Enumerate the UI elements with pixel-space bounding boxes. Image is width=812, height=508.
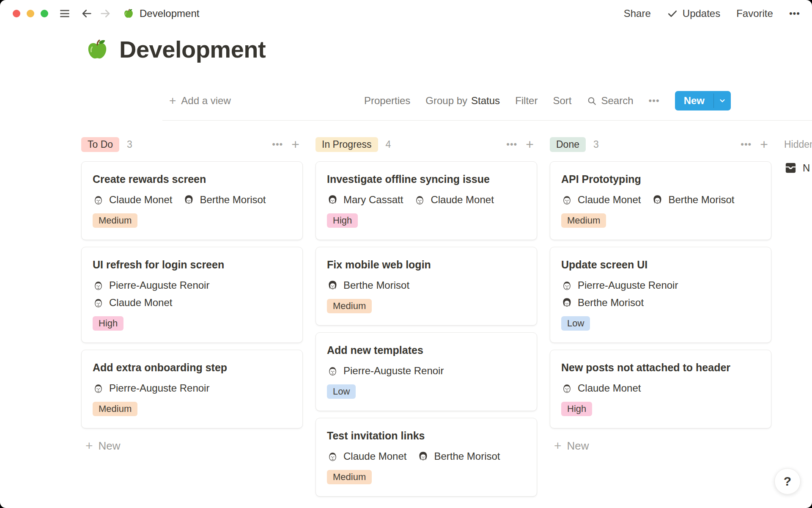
column-count: 4 bbox=[386, 139, 391, 150]
avatar-man-icon bbox=[93, 279, 104, 291]
add-view-button[interactable]: + Add a view bbox=[169, 94, 231, 108]
check-icon bbox=[667, 8, 678, 19]
hidden-column-name: N bbox=[803, 162, 810, 174]
help-button[interactable]: ? bbox=[774, 468, 801, 494]
assignee-name: Berthe Morisot bbox=[578, 297, 644, 309]
column-add-icon[interactable]: + bbox=[526, 138, 534, 151]
plus-icon: + bbox=[85, 439, 93, 453]
search-icon bbox=[587, 96, 597, 106]
titlebar-actions: Share Updates Favorite ••• bbox=[624, 8, 800, 19]
close-window-button[interactable] bbox=[13, 10, 20, 17]
assignee: Pierre-Auguste Renoir bbox=[327, 365, 526, 377]
forward-arrow-icon[interactable] bbox=[99, 7, 112, 20]
card[interactable]: Update screen UI Pierre-Auguste Renoir B… bbox=[550, 247, 771, 343]
minimize-window-button[interactable] bbox=[27, 10, 34, 17]
plus-icon: + bbox=[169, 94, 176, 108]
card[interactable]: New posts not attached to header Claude … bbox=[550, 350, 771, 428]
page-apple-icon[interactable] bbox=[85, 37, 110, 62]
sort-button[interactable]: Sort bbox=[553, 95, 571, 107]
card[interactable]: API Prototyping Claude Monet Berthe Mori… bbox=[550, 161, 771, 240]
filter-button[interactable]: Filter bbox=[515, 95, 538, 107]
assignee-list: Claude Monet Berthe Morisot bbox=[327, 450, 526, 462]
card[interactable]: Create rewards screen Claude Monet Berth… bbox=[81, 161, 303, 240]
updates-button[interactable]: Updates bbox=[667, 8, 720, 19]
more-options-icon[interactable]: ••• bbox=[789, 8, 800, 19]
card-title: API Prototyping bbox=[561, 173, 760, 185]
assignee-list: Pierre-Auguste Renoir Claude Monet bbox=[93, 279, 291, 309]
assignee-list: Pierre-Auguste Renoir bbox=[93, 382, 291, 394]
avatar-woman-icon bbox=[327, 279, 338, 291]
new-button-dropdown[interactable] bbox=[714, 91, 731, 110]
assignee: Claude Monet bbox=[561, 194, 641, 206]
card-title: Update screen UI bbox=[561, 258, 760, 271]
search-button[interactable]: Search bbox=[587, 95, 633, 107]
card[interactable]: Test invitation links Claude Monet Berth… bbox=[315, 418, 537, 497]
avatar-man-icon bbox=[93, 194, 104, 206]
card[interactable]: Add new templates Pierre-Auguste Renoir … bbox=[315, 332, 537, 411]
toolbar-more-icon[interactable]: ••• bbox=[649, 95, 660, 106]
column-add-icon[interactable]: + bbox=[760, 138, 768, 151]
assignee-name: Berthe Morisot bbox=[343, 279, 409, 291]
add-card-button[interactable]: + New bbox=[81, 435, 303, 456]
add-card-button[interactable]: + New bbox=[550, 435, 771, 456]
column-count: 3 bbox=[593, 139, 599, 150]
view-toolbar: + Add a view Properties Group by Status … bbox=[81, 91, 812, 111]
assignee: Claude Monet bbox=[327, 450, 406, 462]
card-title: Investigate offline syncing issue bbox=[327, 173, 526, 185]
column-add-icon[interactable]: + bbox=[291, 138, 299, 151]
column-status-pill[interactable]: In Progress bbox=[315, 137, 378, 152]
column-more-icon[interactable]: ••• bbox=[506, 139, 517, 150]
assignee-name: Claude Monet bbox=[109, 297, 172, 309]
avatar-man-icon bbox=[561, 279, 573, 291]
share-button[interactable]: Share bbox=[624, 8, 651, 19]
assignee-name: Berthe Morisot bbox=[434, 450, 500, 462]
column-more-icon[interactable]: ••• bbox=[741, 139, 752, 150]
assignee-name: Claude Monet bbox=[343, 450, 406, 462]
priority-tag: Medium bbox=[561, 213, 606, 228]
favorite-button[interactable]: Favorite bbox=[736, 8, 773, 19]
assignee: Claude Monet bbox=[414, 194, 494, 206]
assignee-name: Berthe Morisot bbox=[200, 194, 266, 206]
assignee-list: Claude Monet bbox=[561, 382, 760, 394]
add-view-label: Add a view bbox=[181, 95, 230, 107]
traffic-lights bbox=[13, 10, 48, 17]
breadcrumb-doc-title[interactable]: Development bbox=[140, 8, 199, 19]
sidebar-menu-icon[interactable] bbox=[58, 7, 71, 20]
new-button[interactable]: New bbox=[675, 91, 731, 110]
assignee-list: Mary Cassatt Claude Monet bbox=[327, 194, 526, 206]
card[interactable]: Investigate offline syncing issue Mary C… bbox=[315, 161, 537, 240]
group-by-button[interactable]: Group by Status bbox=[425, 95, 500, 107]
column-to-do: To Do 3 ••• + Create rewards screen Clau… bbox=[81, 136, 303, 456]
hidden-columns-toggle[interactable]: Hidden bbox=[784, 136, 812, 153]
column-count: 3 bbox=[127, 139, 132, 150]
doc-apple-icon bbox=[123, 8, 134, 19]
column-status-pill[interactable]: Done bbox=[550, 137, 586, 152]
new-button-label[interactable]: New bbox=[675, 91, 713, 110]
card[interactable]: UI refresh for login screen Pierre-Augus… bbox=[81, 247, 303, 343]
assignee-name: Claude Monet bbox=[109, 194, 172, 206]
back-arrow-icon[interactable] bbox=[80, 7, 93, 20]
assignee-list: Berthe Morisot bbox=[327, 279, 526, 291]
assignee: Pierre-Auguste Renoir bbox=[561, 279, 760, 291]
assignee-list: Claude Monet Berthe Morisot bbox=[93, 194, 291, 206]
card-title: UI refresh for login screen bbox=[93, 258, 291, 271]
page-title[interactable]: Development bbox=[119, 36, 266, 64]
card[interactable]: Add extra onboarding step Pierre-Auguste… bbox=[81, 350, 303, 428]
titlebar: Development Share Updates Favorite ••• bbox=[0, 0, 812, 27]
assignee: Pierre-Auguste Renoir bbox=[93, 279, 291, 291]
hidden-column-item[interactable]: N bbox=[784, 161, 812, 174]
properties-button[interactable]: Properties bbox=[364, 95, 410, 107]
card-title: Add extra onboarding step bbox=[93, 361, 291, 374]
assignee-name: Mary Cassatt bbox=[343, 194, 403, 206]
column-more-icon[interactable]: ••• bbox=[272, 139, 283, 150]
maximize-window-button[interactable] bbox=[41, 10, 48, 17]
priority-tag: Medium bbox=[327, 470, 372, 484]
card-title: Fix mobile web login bbox=[327, 258, 526, 271]
card[interactable]: Fix mobile web login Berthe Morisot Medi… bbox=[315, 247, 537, 326]
group-by-label: Group by bbox=[425, 95, 467, 107]
assignee-list: Claude Monet Berthe Morisot bbox=[561, 194, 760, 206]
assignee-name: Pierre-Auguste Renoir bbox=[109, 279, 209, 291]
column-status-pill[interactable]: To Do bbox=[81, 137, 119, 152]
priority-tag: Medium bbox=[327, 299, 372, 313]
avatar-man-icon bbox=[561, 382, 573, 394]
